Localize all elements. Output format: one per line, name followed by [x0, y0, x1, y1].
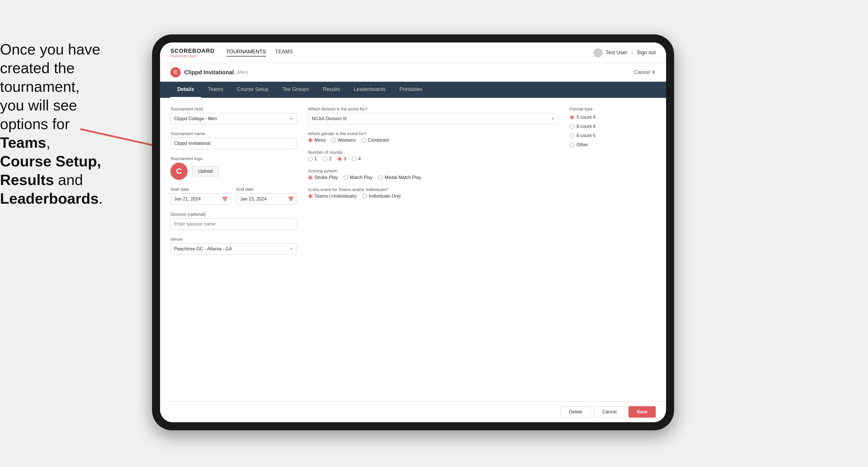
- tournament-logo-label: Tournament logo: [170, 156, 297, 161]
- scoring-stroke-play[interactable]: Stroke Play: [308, 175, 338, 180]
- tournament-name-input[interactable]: [170, 138, 297, 149]
- rounds-1[interactable]: 1: [308, 156, 317, 161]
- instruction-text: Once you have created the tournament, yo…: [0, 40, 121, 208]
- sponsor-input[interactable]: [170, 218, 297, 230]
- format-6count5[interactable]: 6 count 5: [570, 133, 656, 138]
- avatar: T: [593, 48, 603, 57]
- venue-select[interactable]: Peachtree GC - Atlanta - GA: [170, 243, 297, 254]
- tournament-name: Clippd Invitational: [184, 69, 234, 76]
- tournament-type: (Men): [236, 70, 248, 75]
- sign-out-link[interactable]: Sign out: [637, 50, 656, 56]
- tab-course-setup[interactable]: Course Setup: [230, 82, 275, 98]
- end-calendar-icon: 📅: [288, 196, 294, 202]
- scoring-label: Scoring system: [308, 168, 558, 173]
- logo-title: SCOREBOARD: [170, 48, 215, 54]
- end-date-wrapper: 📅: [236, 193, 297, 205]
- nav-links: TOURNAMENTS TEAMS: [226, 49, 593, 57]
- tournament-header: C Clippd Invitational (Men) Cancel ✕: [160, 63, 666, 82]
- tab-bar: Details Teams Course Setup Tee Groups Re…: [160, 82, 666, 98]
- start-date-field: Start date 📅: [170, 187, 230, 205]
- gender-mens[interactable]: Mens: [308, 138, 326, 143]
- format-type-options: 5 count 4 6 count 4 6 count 5: [570, 115, 656, 148]
- form-columns: Tournament Host Clippd College - Men Tou…: [170, 106, 656, 261]
- rounds-label: Number of rounds: [308, 150, 558, 155]
- end-date-label: End date: [236, 187, 297, 192]
- logo-area: SCOREBOARD Powered by clippd: [170, 48, 215, 58]
- format-other[interactable]: Other: [570, 142, 656, 148]
- rounds-radio-group: 1 2 3: [308, 156, 558, 161]
- gender-radio-group: Mens Womens Combined: [308, 138, 558, 143]
- format-6count4[interactable]: 6 count 4: [570, 124, 656, 129]
- sponsor-group: Sponsor (optional): [170, 212, 297, 230]
- gender-label: Which gender is the event for?: [308, 131, 558, 136]
- tournament-cancel-btn[interactable]: Cancel ✕: [634, 69, 656, 75]
- gender-womens[interactable]: Womens: [331, 138, 356, 143]
- app-container: SCOREBOARD Powered by clippd TOURNAMENTS…: [160, 42, 666, 422]
- tab-teams[interactable]: Teams: [201, 82, 230, 98]
- cancel-button[interactable]: Cancel: [594, 406, 625, 418]
- scoring-match-play[interactable]: Match Play: [344, 175, 373, 180]
- content-area: Tournament Host Clippd College - Men Tou…: [160, 98, 666, 401]
- rounds-group: Number of rounds 1 2: [308, 150, 558, 161]
- tournament-name-group: Tournament name: [170, 131, 297, 149]
- scoring-medal-match[interactable]: Medal Match Play: [378, 175, 421, 180]
- form-col-format: Format type 5 count 4 6 count 4: [570, 106, 656, 261]
- tournament-name-label: Tournament name: [170, 131, 297, 136]
- tablet-frame: SCOREBOARD Powered by clippd TOURNAMENTS…: [152, 34, 674, 430]
- teams-group: Is this event for Teams and/or Individua…: [308, 187, 558, 199]
- tab-printables[interactable]: Printables: [393, 82, 429, 98]
- user-separator: |: [631, 50, 633, 56]
- format-type-group: Format type 5 count 4 6 count 4: [570, 106, 656, 148]
- format-5count4[interactable]: 5 count 4: [570, 115, 656, 120]
- tournament-host-select[interactable]: Clippd College - Men: [170, 113, 297, 124]
- rounds-2[interactable]: 2: [323, 156, 332, 161]
- format-type-label: Format type: [570, 106, 656, 111]
- save-button[interactable]: Save: [628, 406, 656, 418]
- top-nav: SCOREBOARD Powered by clippd TOURNAMENTS…: [160, 42, 666, 63]
- rounds-4[interactable]: 4: [352, 156, 361, 161]
- venue-label: Venue: [170, 237, 297, 242]
- nav-tournaments[interactable]: TOURNAMENTS: [226, 49, 266, 57]
- teams-label: Is this event for Teams and/or Individua…: [308, 187, 558, 192]
- teams-plus-individuals[interactable]: Teams (+Individuals): [308, 194, 356, 199]
- teams-radio-group: Teams (+Individuals) Individuals Only: [308, 194, 558, 199]
- scoring-group: Scoring system Stroke Play Match Play: [308, 168, 558, 180]
- sponsor-label: Sponsor (optional): [170, 212, 297, 217]
- start-date-wrapper: 📅: [170, 193, 230, 205]
- start-calendar-icon: 📅: [222, 196, 228, 202]
- nav-teams[interactable]: TEAMS: [275, 49, 293, 57]
- upload-button[interactable]: Upload: [192, 166, 219, 177]
- tab-leaderboards[interactable]: Leaderboards: [347, 82, 393, 98]
- form-col-left: Tournament Host Clippd College - Men Tou…: [170, 106, 297, 261]
- gender-group: Which gender is the event for? Mens Wome…: [308, 131, 558, 143]
- tournament-host-group: Tournament Host Clippd College - Men: [170, 106, 297, 124]
- start-date-input[interactable]: [170, 193, 230, 205]
- delete-button[interactable]: Delete: [561, 406, 591, 418]
- end-date-input[interactable]: [236, 193, 297, 205]
- logo-upload-area: C Upload: [170, 163, 297, 180]
- gender-combined[interactable]: Combined: [362, 138, 389, 143]
- tournament-logo-group: Tournament logo C Upload: [170, 156, 297, 180]
- tournament-icon: C: [170, 67, 181, 77]
- tablet-screen: SCOREBOARD Powered by clippd TOURNAMENTS…: [160, 42, 666, 422]
- division-select[interactable]: NCAA Division III: [308, 113, 558, 124]
- nav-user: T Test User | Sign out: [593, 48, 656, 57]
- end-date-field: End date 📅: [236, 187, 297, 205]
- form-col-right: Which division is the event for? NCAA Di…: [308, 106, 558, 261]
- tab-results[interactable]: Results: [316, 82, 347, 98]
- logo-preview: C: [170, 163, 188, 180]
- rounds-3[interactable]: 3: [337, 156, 346, 161]
- logo-subtitle: Powered by clippd: [170, 54, 215, 58]
- scoring-radio-group: Stroke Play Match Play Medal Match Play: [308, 175, 558, 180]
- bottom-bar: Delete Cancel Save: [160, 401, 666, 422]
- tab-details[interactable]: Details: [170, 82, 201, 98]
- tournament-host-label: Tournament Host: [170, 106, 297, 111]
- tab-tee-groups[interactable]: Tee Groups: [275, 82, 316, 98]
- division-group: Which division is the event for? NCAA Di…: [308, 106, 558, 124]
- venue-group: Venue Peachtree GC - Atlanta - GA: [170, 237, 297, 254]
- date-fields-group: Start date 📅 End date 📅: [170, 187, 297, 205]
- division-label: Which division is the event for?: [308, 106, 558, 111]
- start-date-label: Start date: [170, 187, 230, 192]
- user-label: Test User: [606, 50, 627, 56]
- individuals-only[interactable]: Individuals Only: [362, 194, 401, 199]
